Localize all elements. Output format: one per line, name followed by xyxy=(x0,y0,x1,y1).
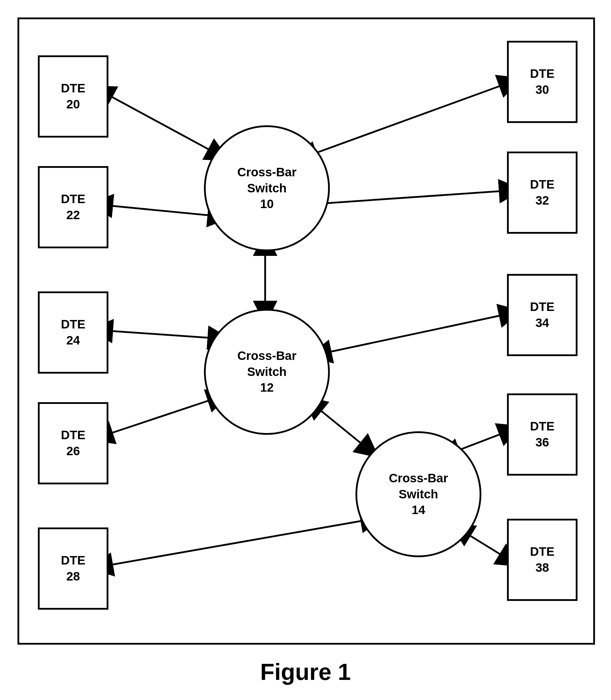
switch-subtitle: Switch xyxy=(247,180,286,196)
dte-label: DTE xyxy=(61,427,85,443)
switch-title: Cross-Bar xyxy=(389,470,448,487)
dte-26: DTE26 xyxy=(38,402,108,485)
dte-num: 28 xyxy=(66,569,80,585)
dte-label: DTE xyxy=(61,553,85,569)
dte-20: DTE20 xyxy=(38,55,108,137)
dte-num: 34 xyxy=(536,315,549,331)
dte-label: DTE xyxy=(530,299,554,315)
switch-10: Cross-BarSwitch10 xyxy=(204,125,330,251)
dte-num: 22 xyxy=(66,207,80,223)
dte-label: DTE xyxy=(61,191,85,207)
diagram-canvas: Cross-BarSwitch10Cross-BarSwitch12Cross-… xyxy=(0,0,611,700)
dte-24: DTE24 xyxy=(38,292,108,374)
dte-30: DTE30 xyxy=(507,41,578,123)
dte-label: DTE xyxy=(530,544,554,560)
dte-32: DTE32 xyxy=(507,151,578,234)
dte-label: DTE xyxy=(530,177,554,193)
dte-num: 26 xyxy=(66,443,80,459)
switch-title: Cross-Bar xyxy=(237,348,296,364)
figure-label: Figure 1 xyxy=(260,659,351,685)
dte-28: DTE28 xyxy=(38,527,108,610)
switch-subtitle: Switch xyxy=(399,487,438,503)
switch-title: Cross-Bar xyxy=(237,164,296,180)
dte-label: DTE xyxy=(61,316,85,332)
dte-num: 32 xyxy=(536,193,549,209)
switch-num: 12 xyxy=(260,380,274,396)
dte-22: DTE22 xyxy=(38,166,108,248)
dte-num: 20 xyxy=(66,96,80,113)
dte-label: DTE xyxy=(61,80,85,96)
switch-12: Cross-BarSwitch12 xyxy=(204,309,330,435)
dte-num: 30 xyxy=(536,82,549,98)
dte-label: DTE xyxy=(530,418,554,434)
switch-subtitle: Switch xyxy=(247,364,286,380)
dte-num: 24 xyxy=(66,332,80,348)
dte-34: DTE34 xyxy=(507,274,578,356)
switch-num: 14 xyxy=(412,502,426,518)
dte-36: DTE36 xyxy=(507,393,578,476)
switch-14: Cross-BarSwitch14 xyxy=(356,431,481,557)
dte-label: DTE xyxy=(530,66,554,82)
dte-38: DTE38 xyxy=(507,519,578,601)
dte-num: 36 xyxy=(536,434,549,450)
switch-num: 10 xyxy=(260,196,274,212)
dte-num: 38 xyxy=(536,560,549,576)
